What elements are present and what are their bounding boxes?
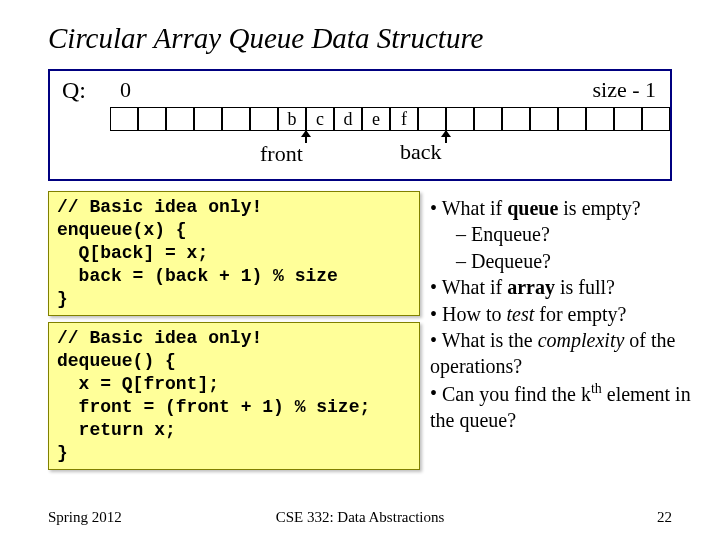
index-zero-label: 0 <box>120 77 131 103</box>
array-cell: b <box>278 107 306 131</box>
array-cell <box>446 107 474 131</box>
front-label: front <box>260 141 303 167</box>
front-arrow-icon <box>305 131 307 143</box>
code-column: // Basic idea only! enqueue(x) { Q[back]… <box>48 191 420 476</box>
array-cell <box>530 107 558 131</box>
enqueue-code: // Basic idea only! enqueue(x) { Q[back]… <box>48 191 420 316</box>
array-cell <box>250 107 278 131</box>
bullet-5: Can you find the kth element in the queu… <box>430 380 692 433</box>
bullet-1: What if queue is empty? Enqueue? Dequeue… <box>430 195 692 274</box>
array-cell: f <box>390 107 418 131</box>
array-cell <box>166 107 194 131</box>
bullet-4: What is the complexity of the operations… <box>430 327 692 380</box>
array-cell <box>474 107 502 131</box>
array-cell <box>222 107 250 131</box>
array-cells: bcdef <box>110 107 670 131</box>
bullet-1b: Dequeue? <box>456 248 692 274</box>
footer: Spring 2012 CSE 332: Data Abstractions 2… <box>0 509 720 526</box>
bullet-2: What if array is full? <box>430 274 692 300</box>
bullet-1a: Enqueue? <box>456 221 692 247</box>
array-cell: c <box>306 107 334 131</box>
array-cell <box>418 107 446 131</box>
array-cell <box>110 107 138 131</box>
array-cell <box>502 107 530 131</box>
array-cell <box>586 107 614 131</box>
array-cell <box>614 107 642 131</box>
dequeue-code: // Basic idea only! dequeue() { x = Q[fr… <box>48 322 420 470</box>
array-cell: e <box>362 107 390 131</box>
bullet-list: What if queue is empty? Enqueue? Dequeue… <box>428 191 692 476</box>
back-arrow-icon <box>445 131 447 143</box>
array-cell <box>194 107 222 131</box>
bullet-3: How to test for empty? <box>430 301 692 327</box>
slide-title: Circular Array Queue Data Structure <box>0 0 720 55</box>
index-size-label: size - 1 <box>592 77 656 103</box>
queue-diagram: Q: 0 size - 1 bcdef front back <box>48 69 672 181</box>
array-cell <box>138 107 166 131</box>
footer-term: Spring 2012 <box>48 509 122 526</box>
footer-page-number: 22 <box>657 509 672 526</box>
array-cell <box>558 107 586 131</box>
back-label: back <box>400 139 442 165</box>
array-cell <box>642 107 670 131</box>
content-row: // Basic idea only! enqueue(x) { Q[back]… <box>48 191 692 476</box>
array-cell: d <box>334 107 362 131</box>
q-label: Q: <box>62 77 86 104</box>
